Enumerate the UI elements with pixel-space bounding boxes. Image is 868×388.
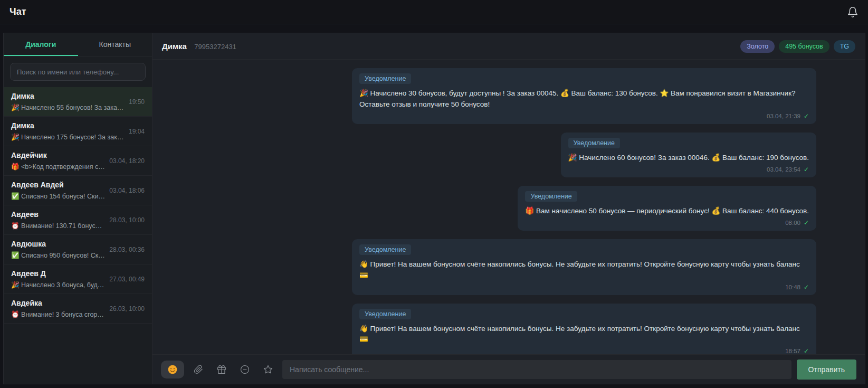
dialog-preview: ⏰ Внимание! 3 бонуса сгорают 26 ма... [11, 310, 105, 318]
message-time: 03.04, 23:54 [767, 166, 800, 173]
sidebar: Диалоги Контакты Димка 🎉 Начислено 55 бо… [4, 33, 152, 384]
message-input[interactable] [282, 360, 791, 379]
dialog-name: Димка [11, 121, 125, 130]
notification-chip: Уведомление [359, 244, 411, 255]
dialog-preview: 🎁 <b>Код подтверждения списания<... [11, 163, 105, 171]
dialog-name: Авдейчик [11, 151, 105, 159]
dialog-preview: 🎉 Начислено 3 бонуса, будут доступн... [11, 281, 105, 289]
dialog-preview: ⏰ Внимание! 130.71 бонусов сгорают... [11, 222, 105, 230]
remove-bonus-icon[interactable] [236, 361, 254, 378]
dialog-info: Димка 🎉 Начислено 55 бонусов! За заказ 0… [11, 92, 125, 111]
message-time: 10:48 [785, 284, 800, 290]
dialog-time: 28.03, 10:00 [109, 216, 145, 224]
notification-chip: Уведомление [359, 309, 411, 319]
check-icon: ✓ [804, 112, 809, 120]
dialog-name: Димка [11, 92, 125, 100]
message-meta: 08:00✓ [525, 219, 809, 226]
message-row: Уведомление 👋 Привет! На вашем бонусном … [352, 304, 816, 354]
dialog-name: Авдюшка [11, 240, 105, 248]
notification-chip: Уведомление [359, 73, 411, 84]
message-row: Уведомление 🎉 Начислено 60 бонусов! За з… [561, 133, 816, 177]
message-row: Уведомление 🎁 Вам начислено 50 бонусов —… [518, 186, 816, 231]
dialog-name: Авдеев [11, 210, 105, 219]
check-icon: ✓ [804, 347, 809, 354]
dialog-list-item[interactable]: Авдеев Д 🎉 Начислено 3 бонуса, будут дос… [4, 264, 152, 294]
chat-header: Димка 79953272431 Золото 495 бонусов TG [152, 33, 865, 60]
notification-chip: Уведомление [568, 138, 620, 148]
contact-phone: 79953272431 [194, 43, 236, 51]
page-title: Чат [9, 6, 26, 17]
check-icon: ✓ [804, 166, 809, 173]
dialog-time: 19:04 [129, 128, 145, 135]
dialog-list-item[interactable]: Авдюшка ✅ Списано 950 бонусов! Скидка 95… [4, 235, 152, 264]
dialog-list-item[interactable]: Авдеев ⏰ Внимание! 130.71 бонусов сгораю… [4, 205, 152, 235]
dialog-name: Авдеев Авдей [11, 181, 105, 189]
notifications-bell-icon[interactable] [847, 6, 859, 18]
dialog-info: Авдеев Авдей ✅ Списано 154 бонуса! Скидк… [11, 181, 105, 200]
dialog-info: Авдюшка ✅ Списано 950 бонусов! Скидка 95… [11, 240, 105, 259]
status-badge: TG [834, 40, 855, 53]
message-bubble: Уведомление 👋 Привет! На вашем бонусном … [352, 304, 816, 354]
message-bubble: Уведомление 👋 Привет! На вашем бонусном … [352, 239, 816, 295]
attachment-icon[interactable] [189, 361, 207, 378]
dialog-list-item[interactable]: Димка 🎉 Начислено 175 бонусов! За заказ … [4, 117, 152, 146]
message-row: Уведомление 🎉 Начислено 30 бонусов, буду… [352, 68, 816, 124]
status-badge: Золото [740, 40, 775, 53]
composer: Отправить [152, 354, 865, 384]
tab-dialogs[interactable]: Диалоги [4, 33, 78, 56]
message-text: 🎁 Вам начислено 50 бонусов — периодическ… [525, 206, 809, 217]
dialog-name: Авдеев Д [11, 269, 105, 278]
dialog-preview: ✅ Списано 950 бонусов! Скидка 950 с... [11, 251, 105, 259]
send-button[interactable]: Отправить [797, 359, 856, 380]
message-text: 🎉 Начислено 30 бонусов, будут доступны !… [359, 88, 809, 110]
contact-badges: Золото 495 бонусов TG [740, 40, 855, 53]
dialog-time: 03.04, 18:06 [109, 187, 145, 194]
app-header: Чат [0, 0, 868, 24]
message-list: Уведомление 🎉 Начислено 30 бонусов, буду… [152, 60, 865, 354]
dialog-time: 28.03, 00:36 [109, 246, 145, 253]
dialog-info: Авдейчик 🎁 <b>Код подтверждения списания… [11, 151, 105, 171]
chat-panel: Димка 79953272431 Золото 495 бонусов TG [152, 33, 865, 384]
dialog-list-item[interactable]: Авдеев Авдей ✅ Списано 154 бонуса! Скидк… [4, 176, 152, 205]
chip-row: Уведомление [359, 73, 809, 84]
search-input[interactable] [10, 63, 146, 81]
tab-contacts[interactable]: Контакты [78, 33, 152, 56]
dialog-time: 19:50 [129, 98, 145, 106]
check-icon: ✓ [804, 219, 809, 226]
message-bubble: Уведомление 🎁 Вам начислено 50 бонусов —… [518, 186, 816, 231]
dialog-list-item[interactable]: Димка 🎉 Начислено 55 бонусов! За заказ 0… [4, 87, 152, 117]
dialog-info: Авдейка ⏰ Внимание! 3 бонуса сгорают 26 … [11, 299, 105, 318]
content: Диалоги Контакты Димка 🎉 Начислено 55 бо… [3, 33, 865, 384]
dialog-preview: 🎉 Начислено 175 бонусов! За заказ 00050.… [11, 133, 125, 141]
dialog-name: Авдейка [11, 299, 105, 307]
chip-row: Уведомление [568, 138, 809, 148]
search-bar [4, 56, 152, 87]
dialog-info: Авдеев Д 🎉 Начислено 3 бонуса, будут дос… [11, 269, 105, 289]
contact-title: Димка 79953272431 [162, 42, 236, 51]
message-text: 👋 Привет! На вашем бонусном счёте накопи… [359, 324, 809, 346]
message-text: 🎉 Начислено 60 бонусов! За заказ 00046. … [568, 153, 809, 164]
dialog-time: 26.03, 10:00 [109, 305, 145, 313]
message-text: 👋 Привет! На вашем бонусном счёте накопи… [359, 259, 809, 281]
message-time: 03.04, 21:39 [767, 113, 800, 119]
message-meta: 03.04, 23:54✓ [568, 166, 809, 173]
dialog-list-item[interactable]: Авдейчик 🎁 <b>Код подтверждения списания… [4, 146, 152, 176]
message-bubble: Уведомление 🎉 Начислено 60 бонусов! За з… [561, 133, 816, 177]
emoji-icon[interactable] [161, 361, 184, 378]
dialog-info: Димка 🎉 Начислено 175 бонусов! За заказ … [11, 121, 125, 141]
dialog-list-item[interactable]: Авдейка ⏰ Внимание! 3 бонуса сгорают 26 … [4, 294, 152, 324]
chip-row: Уведомление [359, 309, 809, 319]
dialog-preview: 🎉 Начислено 55 бонусов! За заказ 00051. … [11, 103, 125, 111]
message-meta: 18:57✓ [359, 347, 809, 354]
chip-row: Уведомление [525, 191, 809, 202]
gift-icon[interactable] [213, 361, 231, 378]
notification-chip: Уведомление [525, 191, 577, 202]
favorite-icon[interactable] [259, 361, 277, 378]
message-row: Уведомление 👋 Привет! На вашем бонусном … [352, 239, 816, 295]
dialog-list: Димка 🎉 Начислено 55 бонусов! За заказ 0… [4, 87, 152, 384]
dialog-preview: ✅ Списано 154 бонуса! Скидка 154 ₽ ... [11, 192, 105, 200]
check-icon: ✓ [804, 283, 809, 291]
dialog-time: 27.03, 00:49 [109, 276, 145, 283]
contact-name: Димка [162, 42, 187, 51]
message-bubble: Уведомление 🎉 Начислено 30 бонусов, буду… [352, 68, 816, 124]
